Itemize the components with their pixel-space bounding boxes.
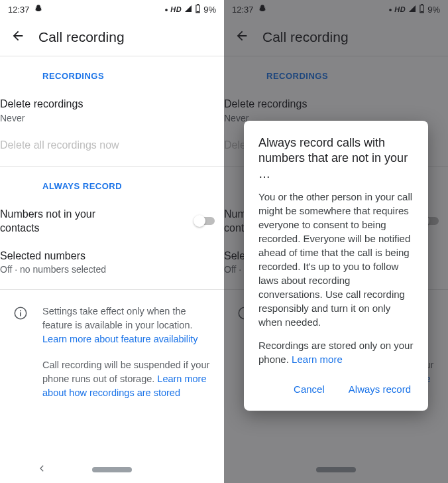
snapchat-icon [34, 4, 43, 15]
page-title: Call recording [38, 29, 125, 45]
status-dot: • [165, 5, 168, 15]
delete-all-now: Delete all recordings now [0, 130, 224, 166]
delete-recordings-setting[interactable]: Delete recordings Never [0, 90, 224, 130]
cancel-button[interactable]: Cancel [291, 380, 327, 399]
battery-icon [195, 4, 201, 15]
delete-recordings-value: Never [0, 113, 224, 123]
nav-back-icon[interactable] [37, 464, 46, 476]
phone-right: 12:37 • HD 9% Call recording RECORDINGS … [224, 0, 448, 483]
selected-numbers-setting[interactable]: Selected numbers Off · no numbers select… [0, 242, 224, 290]
status-bar: 12:37 • HD 9% [0, 0, 224, 19]
nav-bar [0, 456, 224, 483]
numbers-not-in-contacts-label: Numbers not in your contacts [0, 207, 126, 236]
info-block-1: Settings take effect only when the featu… [0, 290, 224, 346]
status-time: 12:37 [8, 5, 30, 15]
info1-text: Settings take effect only when the featu… [42, 306, 193, 330]
settings-content: RECORDINGS Delete recordings Never Delet… [0, 56, 224, 456]
battery-pct: 9% [203, 5, 216, 15]
signal-icon [184, 5, 192, 15]
dialog-body-2: Recordings are stored only on your phone… [258, 338, 414, 366]
numbers-not-in-contacts-switch[interactable] [194, 214, 216, 228]
phone-left: 12:37 • HD 9% Call recording RECORDINGS … [0, 0, 224, 483]
dialog-body-1: You or the other person in your call mig… [258, 190, 414, 329]
numbers-not-in-contacts-setting[interactable]: Numbers not in your contacts [0, 200, 224, 242]
app-bar: Call recording [0, 19, 224, 56]
nav-pill[interactable] [92, 467, 132, 472]
info-icon [13, 305, 28, 346]
learn-more-availability-link[interactable]: Learn more about feature availability [42, 334, 198, 344]
always-record-header: ALWAYS RECORD [0, 167, 224, 200]
recordings-header: RECORDINGS [0, 56, 224, 90]
svg-rect-2 [20, 312, 21, 316]
dialog-title: Always record calls with numbers that ar… [258, 135, 414, 182]
dialog-learn-more-link[interactable]: Learn more [292, 354, 343, 365]
selected-numbers-title: Selected numbers [0, 249, 224, 263]
delete-recordings-title: Delete recordings [0, 97, 224, 111]
hd-icon: HD [170, 5, 182, 13]
svg-rect-3 [20, 310, 21, 312]
selected-numbers-value: Off · no numbers selected [0, 264, 224, 275]
back-icon[interactable] [11, 29, 25, 46]
svg-rect-0 [197, 11, 199, 12]
always-record-dialog: Always record calls with numbers that ar… [244, 121, 428, 411]
always-record-button[interactable]: Always record [346, 380, 414, 399]
